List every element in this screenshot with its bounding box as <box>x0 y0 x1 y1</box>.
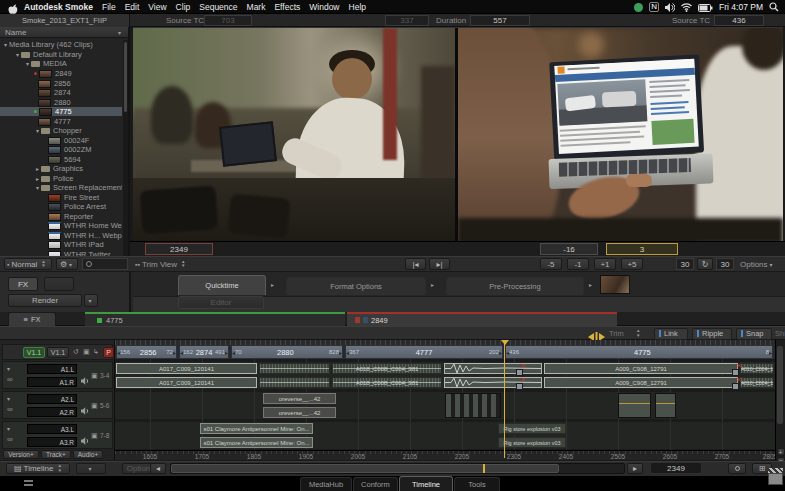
video-clip[interactable]: ◂3674777202▸ <box>345 345 503 359</box>
sidebar-column-header[interactable]: Name ▾ <box>0 27 128 38</box>
audio-clip[interactable]: Rig store explosion v03 <box>498 423 566 434</box>
current-frame-field[interactable]: 2349 <box>650 462 702 474</box>
render-dropdown-button[interactable]: ▾ <box>84 294 98 307</box>
patch-button[interactable]: P <box>103 347 114 358</box>
fx-secondary-button[interactable] <box>44 277 74 291</box>
audio-clip-waveform[interactable] <box>444 377 542 388</box>
go-to-previous-cut-button[interactable]: |◂ <box>405 258 426 270</box>
red-keyframe-marker[interactable]: ✕ <box>520 376 526 383</box>
audio-track-name-field[interactable]: A1.L <box>27 364 77 374</box>
add-version-button[interactable]: Version+ <box>3 450 39 459</box>
tab-quicktime[interactable]: Quicktime <box>178 275 266 295</box>
tree-item-clip[interactable]: WTHR iPad <box>0 240 122 249</box>
audio-clip-strips[interactable] <box>445 393 501 418</box>
loop-play-button[interactable]: ↻ <box>697 258 713 270</box>
notification-menu-icon[interactable]: N <box>649 2 659 12</box>
tab-pre-processing[interactable]: Pre-Processing <box>446 277 584 295</box>
audio-clip[interactable]: A010_C004_1 <box>740 377 774 388</box>
stepper-icon[interactable]: ▲▼ <box>181 260 185 269</box>
menu-help[interactable]: Help <box>349 2 366 12</box>
editor-button[interactable]: Editor <box>178 296 264 309</box>
step-back-1-button[interactable]: -1 <box>567 258 589 270</box>
tree-item-clip[interactable]: 0002ZM <box>0 145 122 154</box>
video-track-secondary-button[interactable]: V1.1 <box>47 347 69 358</box>
status-hamburger-icon[interactable] <box>24 480 33 486</box>
collapse-triangle-icon[interactable]: ▾ <box>7 395 10 402</box>
trim-view-toggle[interactable]: ▪▪ Trim View ▲▼ <box>135 258 186 270</box>
channel-link-icon[interactable]: ∞ <box>7 436 13 444</box>
audio-clip[interactable]: s01 Claymore Antipersonnel Mine: On... <box>200 423 313 434</box>
fx-button[interactable]: FX <box>8 277 38 291</box>
fx-mini-tab[interactable]: ≡FX <box>8 312 56 326</box>
tab-format-options[interactable]: Format Options <box>286 277 426 295</box>
lock-icon[interactable]: ▣ <box>83 348 90 355</box>
tree-item-clip[interactable]: WTHR H... Webpage <box>0 231 122 240</box>
tree-item-clip[interactable]: 2849 <box>0 69 122 78</box>
status-menu-icon[interactable] <box>634 3 643 12</box>
tree-item-clip[interactable]: Police Arrest <box>0 202 122 211</box>
scroll-left-button[interactable]: ◂ <box>150 463 166 474</box>
fade-handle[interactable] <box>732 383 739 390</box>
audio-clip-waveform[interactable] <box>444 363 542 374</box>
menu-view[interactable]: View <box>148 2 166 12</box>
tree-item-clip[interactable]: WTHR Home Web <box>0 221 122 230</box>
stepper-icon[interactable]: ▲▼ <box>41 260 45 269</box>
channel-link-icon[interactable]: ∞ <box>7 406 13 414</box>
disclosure-triangle-icon[interactable]: ▾ <box>36 127 39 134</box>
tree-item-clip[interactable]: 2874 <box>0 88 122 97</box>
fade-handle[interactable] <box>516 369 523 376</box>
chevron-down-icon[interactable]: ▾ <box>118 29 121 36</box>
step-forward-1-button[interactable]: +1 <box>594 258 616 270</box>
disclosure-triangle-icon[interactable]: ▾ <box>16 51 19 58</box>
tree-item-clip[interactable]: Fire Street <box>0 193 122 202</box>
sequence-tab-4775[interactable]: 4775 <box>85 312 345 326</box>
menu-effects[interactable]: Effects <box>274 2 300 12</box>
speaker-icon[interactable] <box>81 401 90 419</box>
menu-edit[interactable]: Edit <box>125 2 140 12</box>
tree-item-clip[interactable]: 2880 <box>0 98 122 107</box>
audio-clip[interactable]: A017_C009_120141 <box>116 377 257 388</box>
audio-clip[interactable]: A009_C908_12791 <box>544 377 738 388</box>
channel-link-icon[interactable]: ∞ <box>7 376 13 384</box>
audio-track-name-field[interactable]: A1.R <box>27 377 77 387</box>
add-track-button[interactable]: Track+ <box>41 450 71 459</box>
timeline-view-widget[interactable]: ▤Timeline▲▼ <box>6 463 70 474</box>
tab-conform[interactable]: Conform <box>353 477 398 491</box>
video-clip[interactable]: ◂43647758▸ <box>505 345 773 359</box>
audio-track-name-field[interactable]: A3.L <box>27 424 77 434</box>
timeline-hscrollbar[interactable] <box>170 463 625 474</box>
stepper-icon[interactable]: ▲▼ <box>636 329 640 338</box>
lock-icon[interactable]: ▣ <box>91 432 98 439</box>
menu-clock[interactable]: Fri 4:07 PM <box>719 2 763 12</box>
tree-item-graphics-folder[interactable]: ▸Graphics <box>0 164 122 173</box>
zoom-preset-dropdown[interactable]: ▾ <box>76 463 106 474</box>
tree-item-clip[interactable]: 00024F <box>0 136 122 145</box>
gear-dropdown[interactable]: ⚙▾ <box>56 258 78 270</box>
menu-sequence[interactable]: Sequence <box>199 2 237 12</box>
route-icon[interactable]: ↳ <box>93 348 99 355</box>
preroll-field[interactable]: 30 <box>676 258 694 270</box>
postroll-field[interactable]: 30 <box>716 258 734 270</box>
playhead[interactable] <box>504 340 505 458</box>
disclosure-triangle-icon[interactable]: ▸ <box>36 165 39 172</box>
sidebar-scrollbar[interactable] <box>123 40 128 256</box>
tree-item-chopper-folder[interactable]: ▾Chopper <box>0 126 122 135</box>
video-clip[interactable]: ◂702880828▸ <box>231 345 343 359</box>
menu-window[interactable]: Window <box>309 2 339 12</box>
disclosure-triangle-icon[interactable]: ▾ <box>26 60 29 67</box>
audio-clip[interactable]: oreverse__...42 <box>263 393 336 404</box>
video-clip[interactable]: ◂156285672▸ <box>116 345 177 359</box>
tree-item-clip[interactable]: Reporter <box>0 212 122 221</box>
audio-clip[interactable]: Rig store explosion v03 <box>498 437 566 448</box>
lock-icon[interactable]: ▣ <box>91 372 98 379</box>
menu-mark[interactable]: Mark <box>247 2 266 12</box>
audio-clip[interactable]: A018_C008_C004_381 <box>332 377 442 388</box>
tab-mediahub[interactable]: MediaHub <box>300 477 352 491</box>
tree-item-clip[interactable]: 5694 <box>0 155 122 164</box>
tree-item-clip[interactable]: 2856 <box>0 79 122 88</box>
ripple-toggle[interactable]: Ripple <box>692 328 732 340</box>
tree-item-screen-replacement-folder[interactable]: ▾Screen Replacement <box>0 183 122 192</box>
timeline-ruler[interactable]: 1605 1705 1805 1905 2005 2105 2205 2305 … <box>115 450 775 460</box>
disclosure-triangle-icon[interactable]: ▸ <box>36 175 39 182</box>
menu-clip[interactable]: Clip <box>176 2 191 12</box>
